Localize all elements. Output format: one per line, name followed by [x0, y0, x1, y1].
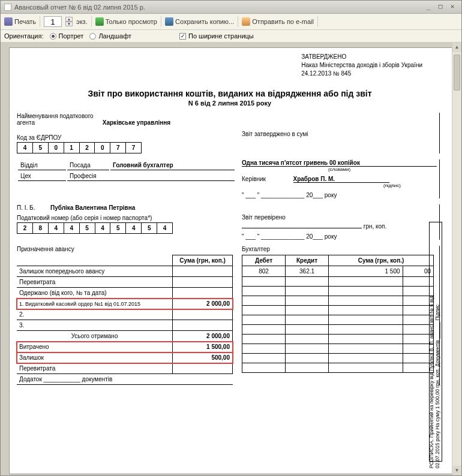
- disk-icon: [165, 17, 173, 26]
- view-only-label: Только просмотр: [106, 18, 157, 25]
- minimize-button[interactable]: _: [423, 3, 434, 11]
- taxnum-digit: 5: [110, 223, 126, 234]
- copies-input[interactable]: [44, 16, 62, 27]
- vertical-scrollbar[interactable]: ▲ ▼: [452, 43, 461, 475]
- total-received-amt: 2 000,00: [173, 331, 233, 342]
- dc-row: [242, 296, 434, 306]
- tax-num-label: Податковий номер (або серія і номер пасп…: [17, 215, 236, 221]
- taxnum-digit: 4: [157, 223, 173, 234]
- profesia-label: Професія: [67, 171, 235, 181]
- taxnum-digit: 2: [17, 223, 33, 234]
- verified-label: Звіт перевірено: [242, 214, 437, 221]
- overspend2-label: Перевитрата: [17, 363, 173, 374]
- dc-row: [242, 306, 434, 315]
- approval-line2: Наказ Міністерства доходів і зборів Укра…: [301, 61, 422, 70]
- send-email-button[interactable]: Отправить по e-mail: [242, 17, 314, 26]
- edrpou-digit: 1: [64, 143, 80, 153]
- kerivnyk-label: Керівник: [242, 176, 266, 182]
- edrpou-digit: 0: [49, 143, 64, 153]
- dc-cell: [329, 296, 403, 306]
- receipt-text: РОЗПИСКА. Прийнятий на перевірку від Пуб…: [428, 228, 440, 468]
- received-3: 3.: [17, 320, 173, 331]
- advance-sum-header: Сума (грн, коп.): [173, 255, 233, 266]
- spent-amt: 1 500,00: [173, 342, 233, 353]
- document-area: ЗАТВЕРДЖЕНО Наказ Міністерства доходів і…: [1, 43, 461, 475]
- checkbox-icon: ✓: [179, 33, 186, 40]
- maximize-button[interactable]: □: [435, 3, 446, 11]
- pib-label: П. І. Б.: [17, 204, 35, 211]
- edrpou-digit: 4: [17, 143, 33, 153]
- dc-cell: [286, 306, 329, 315]
- edrpou-digit: 7: [126, 143, 142, 153]
- app-window: Авансовый отчет № 6 від 02 липня 2015 р.…: [0, 0, 462, 476]
- copies-spinner[interactable]: ▲ ▼: [65, 17, 73, 26]
- edrpou-row: 45012077: [17, 142, 142, 153]
- dc-cell: [329, 363, 403, 373]
- dc-cell: [242, 363, 286, 373]
- dc-row: [242, 325, 434, 335]
- view-only-button[interactable]: Только просмотр: [95, 17, 157, 26]
- edrpou-digit: 7: [110, 143, 126, 153]
- save-copy-label: Сохранить копию...: [175, 18, 234, 25]
- dc-row: [242, 277, 434, 287]
- dc-cell: [242, 344, 286, 354]
- portrait-radio[interactable]: Портрет: [50, 32, 84, 40]
- toolbar-orientation: Ориентация: Портрет Ландшафт ✓ По ширине…: [1, 30, 461, 43]
- signature-note: (підпис): [242, 183, 437, 188]
- dc-row: [242, 335, 434, 344]
- print-button[interactable]: Печать: [4, 17, 36, 26]
- save-copy-button[interactable]: Сохранить копию...: [165, 17, 234, 26]
- balance-amt: 500,00: [173, 353, 233, 363]
- dc-cell: [329, 325, 403, 335]
- tax-num-row: 2844545454: [17, 222, 173, 234]
- dc-cell: [329, 306, 403, 315]
- spin-down[interactable]: ▼: [65, 22, 73, 26]
- grn-kop: грн, коп.: [364, 223, 387, 230]
- landscape-radio[interactable]: Ландшафт: [89, 32, 131, 40]
- dc-cell: 1 500: [329, 266, 403, 277]
- prev-balance-label: Залишок попереднього авансу: [17, 266, 173, 277]
- date-stub-2: " ___ " _____________ 20___ року: [242, 233, 437, 240]
- dc-row: [242, 344, 434, 354]
- scroll-thumb[interactable]: [454, 55, 460, 91]
- radio-icon: [89, 33, 96, 40]
- dc-cell: [286, 315, 329, 325]
- approval-line3: 24.12.2013 № 845: [301, 70, 422, 78]
- agent-name: Харківське управління: [103, 119, 170, 126]
- debit-credit-table: Дебет Кредит Сума (грн, коп.) 802362.11 …: [242, 255, 434, 373]
- close-button[interactable]: ✕: [447, 3, 458, 11]
- landscape-label: Ландшафт: [98, 32, 131, 40]
- titlebar: Авансовый отчет № 6 від 02 липня 2015 р.…: [1, 1, 461, 14]
- scroll-up-arrow[interactable]: ▲: [452, 43, 461, 52]
- eye-icon: [95, 17, 104, 26]
- sum-words-note: (словами): [242, 167, 437, 172]
- dc-cell: [242, 335, 286, 344]
- fit-width-checkbox[interactable]: ✓ По ширине страницы: [179, 32, 254, 40]
- overspend-label: Перевитрата: [17, 277, 173, 288]
- dc-cell: [242, 315, 286, 325]
- dc-cell: [242, 287, 286, 296]
- approval-block: ЗАТВЕРДЖЕНО Наказ Міністерства доходів і…: [301, 53, 422, 78]
- document-page: ЗАТВЕРДЖЕНО Наказ Міністерства доходів і…: [9, 47, 453, 474]
- balance-label: Залишок: [17, 353, 173, 363]
- app-icon: [4, 4, 11, 11]
- dc-cell: [329, 335, 403, 344]
- dc-cell: 802: [242, 266, 286, 277]
- taxnum-digit: 4: [49, 223, 64, 234]
- copies-unit: экз.: [76, 18, 88, 25]
- window-title: Авансовый отчет № 6 від 02 липня 2015 р.: [14, 4, 145, 11]
- edrpou-label: Код за ЄДРПОУ: [17, 134, 236, 141]
- dc-cell: [242, 296, 286, 306]
- dc-cell: [242, 354, 286, 363]
- radio-icon: [50, 33, 56, 40]
- dc-cell: [242, 277, 286, 287]
- agent-label: Найменування податкового агента: [17, 113, 101, 126]
- dc-cell: [286, 354, 329, 363]
- purpose-label: Призначення авансу: [17, 246, 236, 252]
- scroll-down-arrow[interactable]: ▼: [452, 466, 461, 475]
- edrpou-digit: 5: [33, 143, 49, 153]
- spin-up[interactable]: ▲: [65, 17, 73, 22]
- posada-value: Головний бухгалтер: [110, 161, 235, 170]
- dc-cell: [286, 287, 329, 296]
- approved-sum-label: Звіт затверджено в сумі: [242, 131, 437, 137]
